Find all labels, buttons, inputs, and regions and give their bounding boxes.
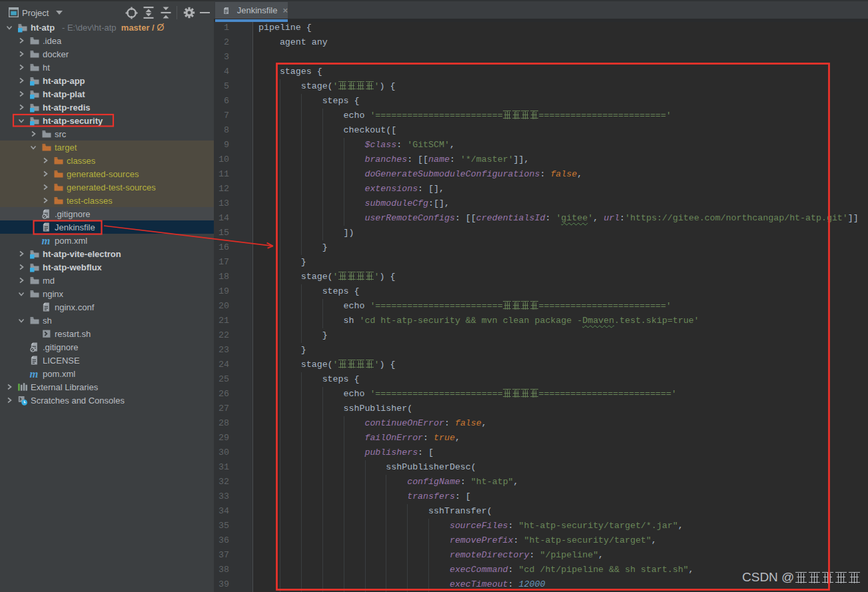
svg-text:m: m [42, 235, 51, 246]
svg-text:m: m [30, 368, 39, 379]
